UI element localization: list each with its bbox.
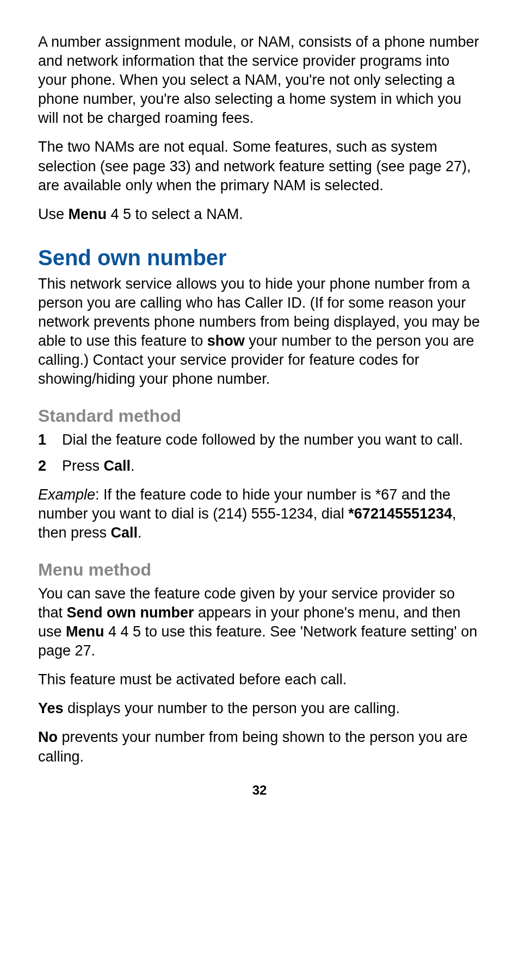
step-text: Dial the feature code followed by the nu… [62, 432, 463, 448]
paragraph-menu-method-desc: You can save the feature code given by y… [38, 584, 481, 660]
paragraph-use-menu: Use Menu 4 5 to select a NAM. [38, 205, 481, 224]
example-label: Example [38, 486, 95, 503]
send-own-number-keyword: Send own number [67, 604, 194, 621]
paragraph-send-own-desc: This network service allows you to hide … [38, 274, 481, 389]
text: 4 5 to select a NAM. [107, 206, 243, 222]
call-keyword: Call [104, 458, 131, 474]
text: displays your number to the person you a… [64, 700, 400, 716]
show-keyword: show [207, 333, 245, 349]
paragraph-no-option: No prevents your number from being shown… [38, 728, 481, 766]
step-number: 1 [38, 430, 46, 450]
paragraph-yes-option: Yes displays your number to the person y… [38, 699, 481, 718]
yes-keyword: Yes [38, 700, 64, 716]
paragraph-activation-note: This feature must be activated before ea… [38, 670, 481, 689]
step-text: . [131, 458, 135, 474]
menu-keyword: Menu [66, 623, 104, 640]
step-text: Press [62, 458, 104, 474]
paragraph-nam-notequal: The two NAMs are not equal. Some feature… [38, 138, 481, 195]
page-number: 32 [38, 783, 481, 798]
text: . [138, 525, 142, 541]
dial-string: *672145551234 [348, 505, 452, 522]
heading-menu-method: Menu method [38, 560, 481, 580]
call-keyword: Call [111, 525, 138, 541]
steps-list: 1 Dial the feature code followed by the … [38, 430, 481, 475]
no-keyword: No [38, 729, 58, 745]
text: prevents your number from being shown to… [38, 729, 467, 764]
step-2: 2 Press Call. [38, 457, 481, 476]
page-content: A number assignment module, or NAM, cons… [0, 0, 519, 820]
text: Use [38, 206, 69, 222]
paragraph-nam-intro: A number assignment module, or NAM, cons… [38, 33, 481, 128]
menu-keyword: Menu [69, 206, 107, 222]
step-1: 1 Dial the feature code followed by the … [38, 430, 481, 450]
text: 4 4 5 to use this feature. See 'Network … [38, 623, 477, 659]
heading-send-own-number: Send own number [38, 246, 481, 270]
step-number: 2 [38, 457, 46, 476]
heading-standard-method: Standard method [38, 406, 481, 426]
paragraph-example: Example: If the feature code to hide you… [38, 485, 481, 542]
